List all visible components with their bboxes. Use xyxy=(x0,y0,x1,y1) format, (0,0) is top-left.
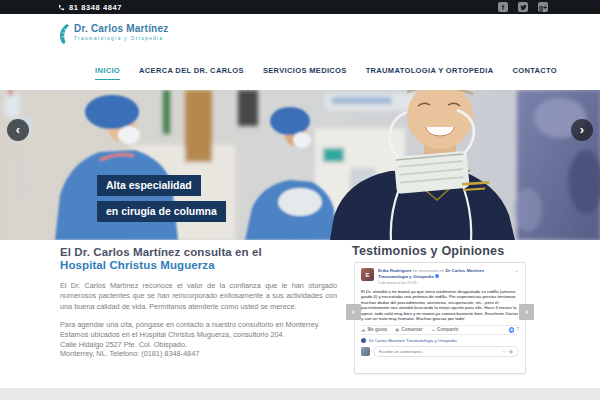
hero-caption-line1: Alta especialidad xyxy=(97,175,201,196)
topbar: 81 8348 4847 f g+ xyxy=(0,0,600,14)
phone-icon xyxy=(58,4,65,11)
facebook-post-widget: E Erika Rodríguez se encuentra en Dr Car… xyxy=(354,262,526,374)
spine-logo-icon xyxy=(57,23,70,45)
camera-icon[interactable]: ◉ xyxy=(509,348,513,354)
nav-item-inicio[interactable]: INICIO xyxy=(95,66,120,80)
chevron-left-icon: ‹ xyxy=(16,123,20,136)
address-line-3: Monterrey, NL. Telefono: (0181) 8348-484… xyxy=(60,349,337,359)
intro-section: El Dr. Carlos Martínez consulta en el Ho… xyxy=(60,246,337,359)
hero-carousel: Alta especialidad en cirugía de columna … xyxy=(0,90,600,240)
comment-button[interactable]: Comentar xyxy=(395,327,423,332)
nav-item-contacto[interactable]: CONTACTO xyxy=(512,66,557,80)
chevron-right-icon: › xyxy=(525,307,528,317)
page-badge-icon xyxy=(361,338,366,343)
page-title-line1: El Dr. Carlos Martínez consulta en el xyxy=(60,246,337,259)
nav-item-servicios[interactable]: SERVICIOS MEDICOS xyxy=(263,66,347,80)
like-count[interactable]: 7 xyxy=(509,327,519,333)
emoji-icon[interactable]: ☺ xyxy=(502,348,507,354)
twitter-icon[interactable] xyxy=(518,2,528,12)
hero-next-button[interactable]: › xyxy=(571,119,593,141)
page-title-line2: Hospital Christus Muguerza xyxy=(60,259,337,272)
logo-subtitle: Traumatología y Ortopedia xyxy=(74,36,168,41)
comment-icon xyxy=(395,328,400,333)
address-line-2: Calle Hidalgo 2527 Pte. Col. Obispado. xyxy=(60,340,337,350)
main-nav: INICIO ACERCA DEL DR. CARLOS SERVICIOS M… xyxy=(95,66,557,80)
post-date: 5 de enero a las 21:05 · xyxy=(378,280,510,286)
post-author[interactable]: Erika Rodríguez xyxy=(378,268,411,273)
like-bubble-icon xyxy=(509,327,515,333)
nav-item-traumatologia[interactable]: TRAUMATOLOGIA Y ORTOPEDIA xyxy=(366,66,494,80)
facebook-icon[interactable]: f xyxy=(498,2,508,12)
post-text: El Dr. atendió a mi mamá ya que tenía to… xyxy=(361,289,519,322)
footer-strip xyxy=(0,388,600,400)
social-links: f g+ xyxy=(498,2,548,12)
hero-caption-line2: en cirugía de columna xyxy=(97,201,226,222)
page: 81 8348 4847 f g+ Dr. Carlos Martínez Tr… xyxy=(0,0,600,400)
share-button[interactable]: Compartir xyxy=(431,327,459,332)
testimonial-next-button[interactable]: › xyxy=(519,304,534,320)
chevron-left-icon: ‹ xyxy=(352,307,355,317)
post-meta: se encuentra en xyxy=(413,268,445,273)
address-line-1: Estamos ubicados en el Hospital Christus… xyxy=(60,330,337,340)
logo-title: Dr. Carlos Martínez xyxy=(74,23,168,34)
chevron-right-icon: › xyxy=(580,123,584,136)
testimonial-prev-button[interactable]: ‹ xyxy=(346,304,361,320)
thumbs-up-icon xyxy=(361,328,366,333)
like-button[interactable]: Me gusta xyxy=(361,327,387,332)
phone-number: 81 8348 4847 xyxy=(69,3,122,12)
share-icon xyxy=(431,328,436,333)
hero-prev-button[interactable]: ‹ xyxy=(7,119,29,141)
operating-room-photo xyxy=(0,90,600,240)
nav-item-acerca[interactable]: ACERCA DEL DR. CARLOS xyxy=(139,66,244,80)
appointment-paragraph: Para agendar una cita, póngase en contac… xyxy=(60,320,337,330)
google-plus-icon[interactable]: g+ xyxy=(538,2,548,12)
avatar: E xyxy=(361,268,374,281)
post-options-icon[interactable]: ⌄ xyxy=(514,268,519,286)
verified-badge-icon xyxy=(435,274,439,278)
intro-paragraph: El Dr. Carlos Martínez reconoce el valor… xyxy=(60,281,337,312)
page-link[interactable]: Dr Carlos Martinez Traumatologia y Ortop… xyxy=(361,338,519,343)
phone-contact[interactable]: 81 8348 4847 xyxy=(58,0,122,14)
testimonials-title: Testimonios y Opiniones xyxy=(352,244,504,258)
commenter-avatar xyxy=(361,347,370,356)
comment-input[interactable] xyxy=(373,346,519,357)
logo[interactable]: Dr. Carlos Martínez Traumatología y Orto… xyxy=(57,23,168,45)
